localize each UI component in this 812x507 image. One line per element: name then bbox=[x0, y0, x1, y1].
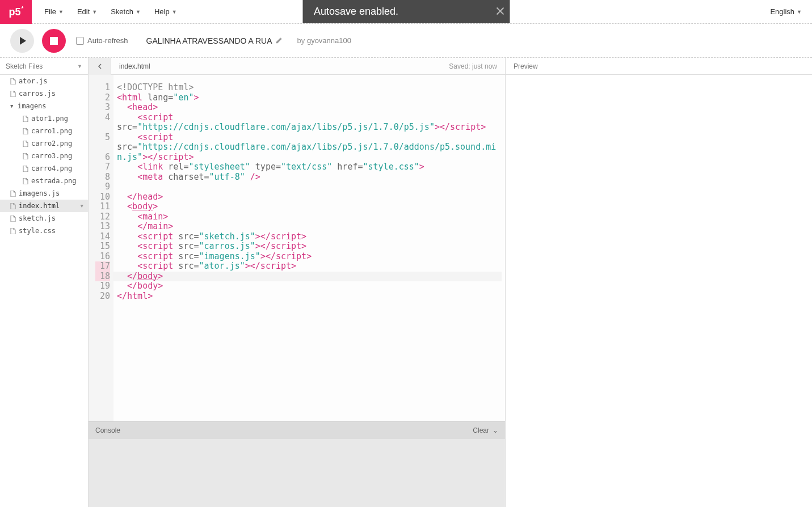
toolbar: Auto-refresh GALINHA ATRAVESSANDO A RUA … bbox=[0, 24, 812, 58]
play-icon bbox=[18, 36, 27, 45]
pencil-icon bbox=[276, 37, 283, 44]
caret-down-icon: ▼ bbox=[10, 103, 15, 109]
preview-header: Preview bbox=[506, 58, 812, 75]
code-editor[interactable]: 1234567891011121314151617181920 <!DOCTYP… bbox=[89, 75, 505, 421]
menu-items: File▼ Edit▼ Sketch▼ Help▼ bbox=[32, 0, 184, 23]
file-item[interactable]: sketch.js bbox=[0, 212, 88, 225]
file-name: carro2.png bbox=[31, 140, 72, 147]
stop-icon bbox=[50, 37, 58, 45]
file-name: ator.js bbox=[19, 77, 48, 85]
stop-button[interactable] bbox=[42, 29, 66, 53]
console-body bbox=[89, 439, 505, 507]
file-item[interactable]: ator.js bbox=[0, 75, 88, 87]
file-name: ator1.png bbox=[31, 115, 68, 122]
menu-edit[interactable]: Edit▼ bbox=[70, 7, 104, 16]
file-item[interactable]: estrada.png bbox=[0, 175, 88, 187]
checkbox-icon[interactable] bbox=[76, 37, 84, 45]
caret-down-icon: ▼ bbox=[136, 9, 141, 15]
play-button[interactable] bbox=[10, 29, 34, 53]
p5-logo[interactable]: p5* bbox=[0, 0, 32, 24]
toast-message: Autosave enabled. bbox=[314, 6, 398, 18]
file-item[interactable]: carro2.png bbox=[0, 137, 88, 150]
author-label: by gyovanna100 bbox=[297, 36, 351, 45]
auto-refresh-toggle[interactable]: Auto-refresh bbox=[76, 36, 128, 45]
file-name: carro1.png bbox=[31, 127, 72, 135]
preview-body bbox=[506, 75, 812, 507]
collapse-sidebar-button[interactable] bbox=[89, 58, 111, 75]
menu-file[interactable]: File▼ bbox=[37, 7, 70, 16]
console-clear-button[interactable]: Clear ⌄ bbox=[473, 426, 498, 434]
sketch-name: GALINHA ATRAVESSANDO A RUA bbox=[146, 36, 283, 45]
file-name: carro3.png bbox=[31, 152, 72, 160]
folder-item[interactable]: ▼imagens bbox=[0, 100, 88, 112]
line-gutter: 1234567891011121314151617181920 bbox=[89, 75, 113, 421]
author-link[interactable]: gyovanna100 bbox=[307, 36, 351, 45]
file-item[interactable]: carro1.png bbox=[0, 125, 88, 137]
file-name: estrada.png bbox=[31, 177, 76, 185]
caret-down-icon[interactable]: ▼ bbox=[77, 64, 82, 69]
caret-down-icon: ▼ bbox=[92, 9, 97, 15]
file-item[interactable]: carros.js bbox=[0, 87, 88, 100]
menu-help[interactable]: Help▼ bbox=[148, 7, 184, 16]
file-name: index.html bbox=[19, 202, 60, 210]
menubar: p5* File▼ Edit▼ Sketch▼ Help▼ English▼ A… bbox=[0, 0, 812, 24]
file-item[interactable]: style.css bbox=[0, 225, 88, 237]
file-item[interactable]: index.html▼ bbox=[0, 200, 88, 212]
editor-tab-bar: index.html Saved: just now bbox=[89, 58, 505, 75]
language-selector[interactable]: English▼ bbox=[760, 0, 812, 23]
current-file-tab: index.html bbox=[111, 62, 158, 70]
chevron-down-icon: ⌄ bbox=[493, 426, 498, 434]
main-area: Sketch Files ▼ ator.jscarros.js▼imagensa… bbox=[0, 58, 812, 507]
file-name: carros.js bbox=[19, 90, 56, 98]
editor-area: index.html Saved: just now 1234567891011… bbox=[89, 58, 506, 507]
close-icon[interactable] bbox=[496, 6, 504, 18]
autosave-toast: Autosave enabled. bbox=[302, 0, 510, 23]
console: Console Clear ⌄ bbox=[89, 421, 505, 507]
caret-down-icon[interactable]: ▼ bbox=[81, 203, 83, 209]
file-item[interactable]: carro4.png bbox=[0, 162, 88, 175]
chevron-left-icon bbox=[97, 64, 103, 69]
file-name: imagens bbox=[18, 102, 47, 110]
sidebar: Sketch Files ▼ ator.jscarros.js▼imagensa… bbox=[0, 58, 89, 507]
file-name: sketch.js bbox=[19, 214, 56, 222]
file-item[interactable]: imagens.js bbox=[0, 187, 88, 200]
preview-panel: Preview bbox=[506, 58, 812, 507]
file-name: imagens.js bbox=[19, 189, 60, 197]
file-item[interactable]: ator1.png bbox=[0, 112, 88, 125]
menu-sketch[interactable]: Sketch▼ bbox=[104, 7, 148, 16]
edit-name-button[interactable] bbox=[276, 36, 283, 45]
file-name: style.css bbox=[19, 227, 56, 235]
file-item[interactable]: carro3.png bbox=[0, 150, 88, 162]
sidebar-header[interactable]: Sketch Files ▼ bbox=[0, 58, 88, 75]
code-content[interactable]: <!DOCTYPE html><html lang="en"> <head> <… bbox=[113, 75, 505, 421]
caret-down-icon: ▼ bbox=[58, 9, 64, 15]
file-list: ator.jscarros.js▼imagensator1.pngcarro1.… bbox=[0, 75, 88, 507]
console-header: Console Clear ⌄ bbox=[89, 422, 505, 439]
caret-down-icon: ▼ bbox=[172, 9, 177, 15]
file-name: carro4.png bbox=[31, 164, 72, 172]
caret-down-icon: ▼ bbox=[797, 9, 802, 15]
save-status: Saved: just now bbox=[449, 62, 505, 70]
